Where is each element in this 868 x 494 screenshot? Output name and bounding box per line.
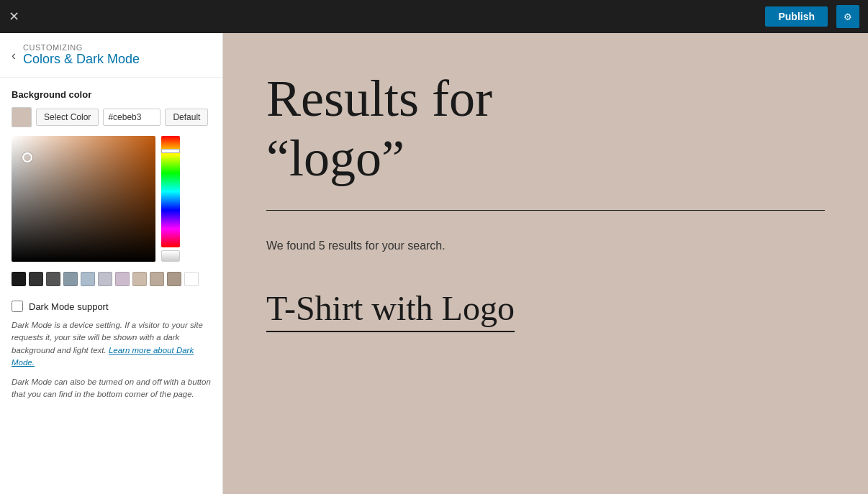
background-color-section: Background color Select Color Default (12, 89, 211, 286)
hex-input[interactable] (103, 109, 161, 126)
panel-title-accent: Dark Mode (76, 52, 140, 66)
settings-button[interactable]: ⚙ (836, 5, 859, 28)
gradient-dark (12, 136, 155, 262)
color-picker (12, 136, 211, 262)
color-swatch[interactable] (12, 272, 26, 286)
background-color-label: Background color (12, 89, 211, 100)
back-button[interactable]: ‹ (12, 49, 16, 62)
search-heading-line2: “logo” (266, 129, 825, 188)
dark-mode-description-2: Dark Mode can also be turned on and off … (12, 376, 211, 401)
customizing-label: Customizing (23, 43, 140, 52)
color-swatch[interactable] (115, 272, 130, 286)
color-swatches (12, 272, 211, 286)
hue-slider-handle (161, 149, 180, 153)
sidebar-content: Background color Select Color Default (0, 78, 222, 494)
main-layout: ‹ Customizing Colors & Dark Mode Backgro… (0, 33, 868, 494)
divider (266, 210, 825, 211)
default-button[interactable]: Default (165, 109, 208, 126)
color-swatch[interactable] (167, 272, 181, 286)
color-swatch[interactable] (98, 272, 112, 286)
dark-mode-checkbox[interactable] (12, 301, 23, 312)
publish-button[interactable]: Publish (765, 6, 828, 27)
search-heading: Results for “logo” (266, 69, 825, 188)
dark-mode-description-1: Dark Mode is a device setting. If a visi… (12, 319, 211, 369)
search-heading-line1: Results for (266, 69, 825, 129)
preview-area: Results for “logo” We found 5 results fo… (223, 33, 868, 494)
dark-mode-section: Dark Mode support Dark Mode is a device … (12, 298, 211, 401)
sidebar-header: ‹ Customizing Colors & Dark Mode (0, 33, 222, 78)
gradient-handle[interactable] (22, 152, 32, 163)
hue-slider-wrapper (161, 136, 180, 262)
color-swatch[interactable] (63, 272, 78, 286)
sidebar-title-group: Customizing Colors & Dark Mode (23, 43, 140, 67)
panel-title: Colors & Dark Mode (23, 52, 140, 67)
top-bar: ✕ Publish ⚙ (0, 0, 868, 33)
result-title: T-Shirt with Logo (266, 288, 515, 332)
panel-title-plain: Colors & (23, 52, 76, 66)
color-swatch[interactable] (132, 272, 147, 286)
color-swatch[interactable] (81, 272, 95, 286)
color-swatch[interactable] (46, 272, 60, 286)
color-swatch[interactable] (150, 272, 164, 286)
select-color-button[interactable]: Select Color (36, 109, 99, 126)
search-count: We found 5 results for your search. (266, 239, 825, 252)
dark-mode-label[interactable]: Dark Mode support (29, 301, 109, 312)
color-gradient-canvas[interactable] (12, 136, 155, 262)
color-swatch[interactable] (184, 272, 199, 286)
color-swatch[interactable] (29, 272, 43, 286)
gear-icon: ⚙ (844, 12, 852, 22)
opacity-slider[interactable] (161, 250, 180, 262)
color-preview-swatch (12, 107, 32, 127)
sidebar: ‹ Customizing Colors & Dark Mode Backgro… (0, 33, 223, 494)
color-controls: Select Color Default (12, 107, 211, 127)
close-button[interactable]: ✕ (9, 10, 19, 23)
dark-mode-toggle-row: Dark Mode support (12, 301, 211, 312)
